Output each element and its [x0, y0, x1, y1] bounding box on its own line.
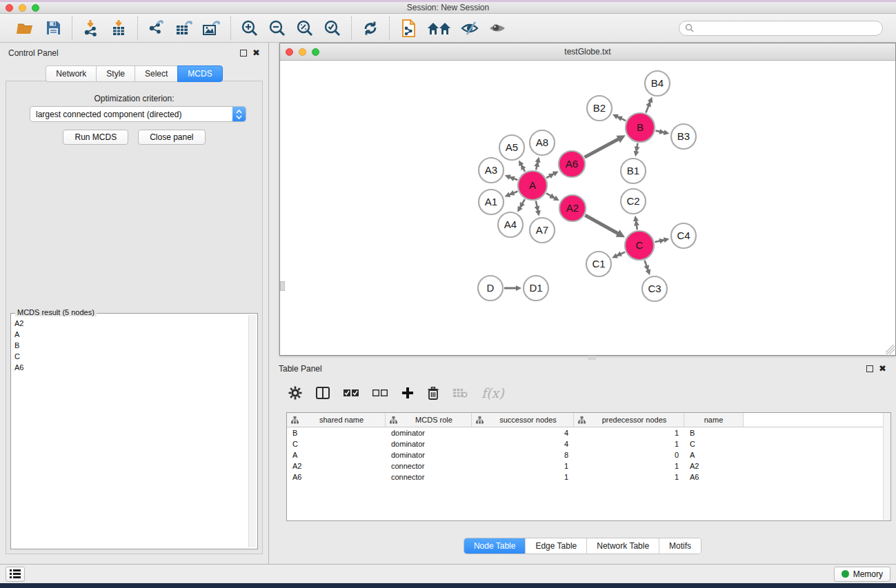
graph-node-D[interactable]: D: [478, 276, 503, 301]
table-row[interactable]: Bdominator41B: [287, 427, 890, 438]
cell-name: B: [684, 429, 744, 437]
result-item[interactable]: B: [12, 340, 248, 351]
network-graph[interactable]: AA2A6BCA1A3A4A5A7A8B1B2B3B4C1C2C3C4DD1: [280, 61, 895, 355]
column-label: predecessor nodes: [589, 416, 679, 424]
table-row[interactable]: Cdominator41C: [287, 438, 890, 449]
node-label: B4: [651, 77, 664, 89]
show-all-button[interactable]: [486, 16, 510, 41]
graph-node-C[interactable]: C: [625, 231, 654, 260]
graph-node-A[interactable]: A: [518, 171, 547, 200]
tab-mcds[interactable]: MCDS: [177, 65, 222, 82]
float-panel-icon[interactable]: [240, 50, 247, 57]
delete-table-button-disabled[interactable]: [452, 388, 468, 398]
node-table[interactable]: shared nameMCDS rolesuccessor nodesprede…: [286, 412, 891, 521]
network-canvas[interactable]: AA2A6BCA1A3A4A5A7A8B1B2B3B4C1C2C3C4DD1: [280, 61, 895, 355]
tab-style[interactable]: Style: [96, 65, 135, 82]
graph-node-C2[interactable]: C2: [621, 189, 646, 214]
column-header-MCDS-role[interactable]: MCDS role: [386, 413, 472, 427]
result-item[interactable]: A: [12, 329, 248, 340]
import-group: [72, 16, 137, 41]
close-table-panel-icon[interactable]: ✖: [879, 365, 886, 372]
tab-network-table[interactable]: Network Table: [587, 538, 659, 554]
graph-node-A7[interactable]: A7: [530, 218, 555, 243]
graph-edge-A6-B[interactable]: [585, 138, 621, 157]
node-label: A5: [506, 141, 518, 153]
column-visibility-button[interactable]: [316, 387, 330, 399]
graph-node-B[interactable]: B: [626, 113, 655, 142]
close-panel-button[interactable]: Close panel: [138, 130, 205, 145]
export-table-button[interactable]: [172, 16, 196, 41]
zoom-out-button[interactable]: [266, 16, 289, 41]
table-scrollbar[interactable]: [883, 413, 890, 520]
window-resize-grip[interactable]: [885, 345, 895, 354]
cell-name: A6: [684, 473, 744, 481]
criterion-dropdown[interactable]: largest connected component (directed): [30, 106, 246, 122]
show-panels-list-button[interactable]: [6, 567, 25, 582]
network-document-button[interactable]: [397, 16, 420, 41]
mcds-result-list[interactable]: A2ABCA6: [12, 315, 248, 547]
node-label: B2: [593, 102, 606, 114]
delete-column-button[interactable]: [428, 387, 439, 400]
graph-node-A4[interactable]: A4: [498, 212, 523, 237]
import-network-button[interactable]: [79, 16, 103, 41]
deselect-all-button[interactable]: [372, 389, 388, 397]
table-settings-button[interactable]: [288, 386, 302, 400]
apply-layout-button[interactable]: [359, 16, 382, 41]
graph-node-A8[interactable]: A8: [530, 130, 555, 155]
tab-motifs[interactable]: Motifs: [659, 538, 701, 554]
cell-MCDS-role: dominator: [386, 440, 472, 448]
graph-node-A3[interactable]: A3: [479, 158, 504, 183]
zoom-fit-button[interactable]: [293, 16, 317, 41]
sort-hierarchy-icon: [476, 416, 484, 424]
result-item[interactable]: A2: [12, 318, 248, 329]
zoom-selected-button[interactable]: [321, 16, 344, 41]
close-panel-icon[interactable]: ✖: [252, 50, 260, 57]
graph-node-C3[interactable]: C3: [642, 276, 667, 301]
save-session-button[interactable]: [41, 16, 65, 41]
float-table-panel-icon[interactable]: [866, 365, 873, 372]
import-table-button[interactable]: [107, 16, 130, 41]
zoom-in-button[interactable]: [238, 16, 261, 41]
result-item[interactable]: A6: [12, 362, 248, 373]
table-row[interactable]: A2connector11A2: [287, 460, 890, 472]
select-all-button[interactable]: [344, 389, 359, 397]
function-builder-button-disabled[interactable]: f(x): [481, 385, 504, 401]
graph-node-B3[interactable]: B3: [671, 124, 696, 149]
column-header-shared-name[interactable]: shared name: [287, 413, 386, 427]
graph-node-C1[interactable]: C1: [586, 252, 611, 276]
home-overview-button[interactable]: [424, 16, 455, 41]
graph-node-B2[interactable]: B2: [587, 96, 612, 121]
result-scrollbar[interactable]: [248, 315, 256, 547]
column-header-successor-nodes[interactable]: successor nodes: [472, 413, 574, 427]
graph-node-D1[interactable]: D1: [524, 276, 548, 301]
graph-node-A6[interactable]: A6: [559, 151, 585, 177]
hide-selected-button[interactable]: [459, 16, 482, 41]
graph-node-B1[interactable]: B1: [621, 159, 646, 183]
node-label: A1: [485, 196, 497, 207]
memory-button[interactable]: Memory: [834, 567, 890, 582]
search-input[interactable]: [697, 23, 877, 33]
table-row[interactable]: Adominator80A: [287, 449, 890, 460]
graph-edge-A2-C[interactable]: [585, 215, 619, 234]
table-row[interactable]: A6connector11A6: [287, 472, 890, 483]
column-header-predecessor-nodes[interactable]: predecessor nodes: [574, 413, 684, 427]
tab-network[interactable]: Network: [46, 65, 96, 82]
tab-select[interactable]: Select: [135, 65, 177, 82]
result-item[interactable]: C: [12, 351, 248, 362]
network-window: testGlobe.txt AA2A6BCA1A3A4A5A7A8B1B2B3B…: [279, 43, 896, 356]
column-header-name[interactable]: name: [684, 413, 744, 427]
graph-node-B4[interactable]: B4: [645, 71, 670, 96]
graph-node-A1[interactable]: A1: [479, 190, 504, 214]
open-session-button[interactable]: [14, 16, 37, 41]
graph-node-C4[interactable]: C4: [671, 223, 696, 248]
export-network-button[interactable]: [145, 16, 168, 41]
export-image-button[interactable]: [200, 16, 223, 41]
graph-node-A5[interactable]: A5: [499, 135, 524, 160]
network-vscroll-thumb[interactable]: [280, 281, 285, 291]
graph-node-A2[interactable]: A2: [559, 195, 586, 221]
search-field[interactable]: [679, 21, 883, 36]
tab-node-table[interactable]: Node Table: [464, 538, 526, 554]
add-column-button[interactable]: [401, 387, 414, 399]
tab-edge-table[interactable]: Edge Table: [526, 538, 587, 554]
run-mcds-button[interactable]: Run MCDS: [63, 130, 128, 145]
